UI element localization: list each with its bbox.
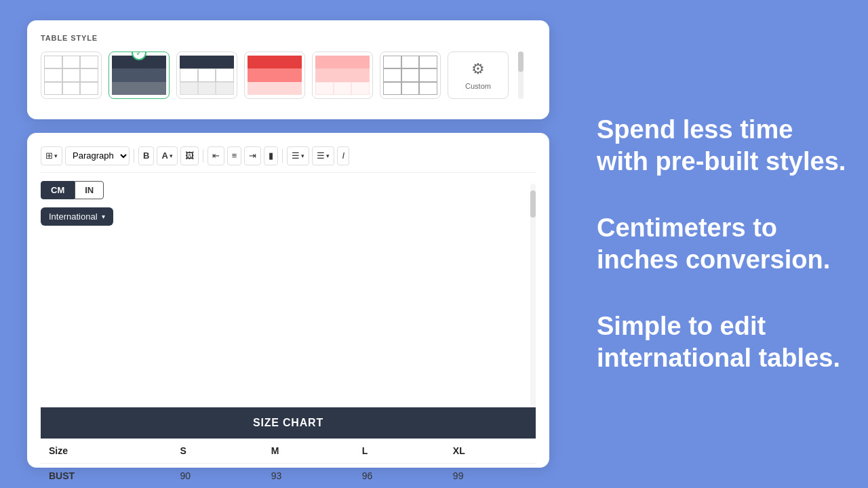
editor-scrollbar[interactable] bbox=[530, 184, 536, 407]
toolbar-divider-1 bbox=[134, 149, 134, 163]
italic-icon: I bbox=[342, 150, 344, 161]
table-tool-button[interactable]: ⊞ ▾ bbox=[41, 146, 62, 165]
bold-icon: B bbox=[143, 150, 149, 161]
align-right-button[interactable]: ⇥ bbox=[244, 146, 261, 165]
row-bust-s: 90 bbox=[172, 463, 263, 488]
style-option-plain[interactable] bbox=[41, 52, 102, 99]
promo-heading-2: Centimeters to inches conversion. bbox=[597, 212, 848, 277]
cm-button[interactable]: CM bbox=[41, 181, 75, 199]
promo-text-1: Spend less time with pre-built styles. bbox=[597, 114, 848, 178]
promo-text-3: Simple to edit international tables. bbox=[597, 310, 848, 375]
mini-table-pink bbox=[315, 56, 370, 95]
row-bust-xl: 99 bbox=[445, 463, 536, 488]
left-panel: TABLE STYLE ✓ bbox=[0, 0, 576, 488]
unit-toggle: CM IN bbox=[41, 181, 113, 199]
align-right-icon: ⇥ bbox=[249, 150, 256, 161]
text-color-button[interactable]: A ▾ bbox=[157, 146, 177, 165]
region-chevron-icon: ▾ bbox=[102, 213, 105, 220]
unordered-list-icon: ☰ bbox=[317, 150, 325, 161]
promo-heading-3: Simple to edit international tables. bbox=[597, 310, 848, 375]
scrollbar[interactable] bbox=[518, 52, 524, 99]
align-left-icon: ⇤ bbox=[212, 150, 220, 161]
style-option-red[interactable] bbox=[244, 52, 305, 99]
scrollbar-thumb bbox=[518, 52, 524, 72]
col-header-l: L bbox=[354, 439, 445, 464]
editor-body: CM IN International ▾ bbox=[41, 173, 536, 488]
align-center-button[interactable]: ≡ bbox=[227, 146, 242, 165]
col-header-size: Size bbox=[41, 439, 172, 464]
table-style-card: TABLE STYLE ✓ bbox=[27, 20, 549, 119]
style-option-outline[interactable] bbox=[380, 52, 441, 99]
text-color-icon: A bbox=[161, 150, 167, 161]
image-button[interactable]: 🖼 bbox=[180, 146, 199, 165]
style-options-container: ✓ bbox=[41, 52, 536, 99]
region-label: International bbox=[49, 211, 98, 222]
promo-text-2: Centimeters to inches conversion. bbox=[597, 212, 848, 277]
paragraph-select[interactable]: Paragraph bbox=[65, 146, 130, 165]
custom-label: Custom bbox=[465, 82, 491, 90]
style-option-striped[interactable] bbox=[176, 52, 237, 99]
mini-table-striped bbox=[180, 56, 234, 95]
image-icon: 🖼 bbox=[185, 150, 194, 161]
unordered-list-chevron: ▾ bbox=[326, 152, 330, 159]
ordered-list-button[interactable]: ☰ ▾ bbox=[287, 146, 309, 165]
align-justify-button[interactable]: ▮ bbox=[264, 146, 278, 165]
right-panel: Spend less time with pre-built styles. C… bbox=[576, 0, 868, 488]
mini-table-red bbox=[248, 56, 302, 95]
chevron-icon: ▾ bbox=[170, 152, 173, 159]
row-bust-l: 96 bbox=[354, 463, 445, 488]
size-chart-table: SIZE CHART Size S M L XL BUST 90 93 bbox=[41, 407, 536, 488]
ordered-list-chevron: ▾ bbox=[301, 152, 304, 159]
unordered-list-button[interactable]: ☰ ▾ bbox=[312, 146, 334, 165]
table-style-label: TABLE STYLE bbox=[41, 34, 536, 42]
style-option-dark[interactable]: ✓ bbox=[108, 52, 170, 99]
mini-table-plain bbox=[44, 56, 98, 95]
bold-button[interactable]: B bbox=[138, 146, 154, 165]
align-justify-icon: ▮ bbox=[269, 150, 273, 161]
size-chart-title: SIZE CHART bbox=[41, 407, 536, 439]
col-header-m: M bbox=[263, 439, 354, 464]
gear-icon: ⚙ bbox=[471, 60, 485, 78]
mini-table-dark bbox=[112, 56, 166, 95]
mini-table-outline bbox=[383, 56, 437, 95]
toolbar-divider-2 bbox=[203, 149, 203, 163]
in-button[interactable]: IN bbox=[75, 181, 104, 199]
region-dropdown[interactable]: International ▾ bbox=[41, 207, 113, 226]
align-center-icon: ≡ bbox=[232, 150, 237, 161]
table-header-row: Size S M L XL bbox=[41, 439, 536, 464]
table-icon: ⊞ bbox=[45, 150, 53, 161]
style-option-custom[interactable]: ⚙ Custom bbox=[448, 52, 509, 99]
table-row: BUST 90 93 96 99 bbox=[41, 463, 536, 488]
row-bust-label: BUST bbox=[41, 463, 172, 488]
table-chevron-icon: ▾ bbox=[54, 152, 58, 159]
editor-card: ⊞ ▾ Paragraph B A ▾ 🖼 ⇤ ≡ bbox=[27, 133, 549, 468]
col-header-xl: XL bbox=[445, 439, 536, 464]
toolbar-divider-3 bbox=[282, 149, 283, 163]
editor-scrollbar-thumb bbox=[530, 190, 536, 218]
editor-toolbar: ⊞ ▾ Paragraph B A ▾ 🖼 ⇤ ≡ bbox=[41, 146, 536, 173]
promo-heading-1: Spend less time with pre-built styles. bbox=[597, 114, 848, 178]
align-left-button[interactable]: ⇤ bbox=[208, 146, 224, 165]
ordered-list-icon: ☰ bbox=[292, 150, 300, 161]
italic-button[interactable]: I bbox=[337, 146, 349, 165]
col-header-s: S bbox=[172, 439, 263, 464]
style-option-pink[interactable] bbox=[312, 52, 373, 99]
row-bust-m: 93 bbox=[263, 463, 354, 488]
